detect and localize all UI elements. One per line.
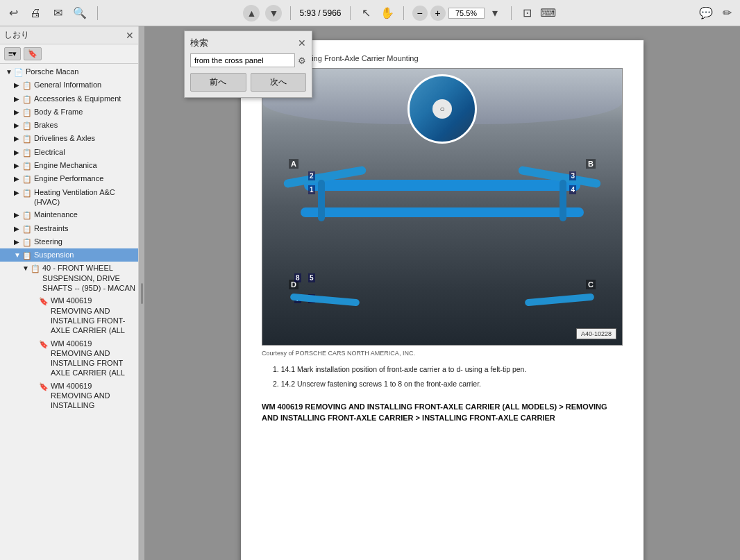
expand-arrow: ▼ xyxy=(22,264,31,273)
search-popup-close-button[interactable]: ✕ xyxy=(298,37,306,49)
page-up-icon[interactable]: ▲ xyxy=(243,5,260,22)
item-icon: 📋 xyxy=(22,188,32,198)
pencil-icon[interactable]: ✏ xyxy=(719,6,734,21)
item-icon: 📋 xyxy=(22,121,32,130)
expand-arrow: ▶ xyxy=(14,148,22,157)
item-label: WM 400619 REMOVING AND INSTALLING FRONT … xyxy=(51,339,135,378)
hand-tool-icon[interactable]: ✋ xyxy=(380,6,395,21)
search-popup-title: 検索 xyxy=(190,37,208,49)
pdf-viewer[interactable]: Fig 12: Identifying Front-Axle Carrier M… xyxy=(144,26,740,560)
section-title: WM 400619 REMOVING AND INSTALLING FRONT-… xyxy=(262,401,623,424)
expand-arrow: ▶ xyxy=(14,161,22,170)
zoom-dropdown-icon[interactable]: ▾ xyxy=(487,6,503,21)
toolbar-right: 💬 ✏ xyxy=(698,6,734,21)
email-icon[interactable]: ✉ xyxy=(50,6,65,21)
print-icon[interactable]: 🖨 xyxy=(28,6,43,21)
comment-icon[interactable]: 💬 xyxy=(698,6,714,21)
tree-item-engine-mechanical[interactable]: ▶ 📋 Engine Mechanica xyxy=(0,159,138,172)
expand-arrow: ▶ xyxy=(14,121,22,130)
step-1: 1. 14.1 Mark installation position of fr… xyxy=(273,364,623,375)
tree-item-front-wheel-susp[interactable]: ▼ 📋 40 - FRONT WHEEL SUSPENSION, DRIVE S… xyxy=(0,262,138,294)
splitter-handle xyxy=(141,283,143,304)
search-popup: 検索 ✕ ⚙ 前へ 次へ xyxy=(184,31,312,98)
page-current: 5:93 xyxy=(299,8,315,18)
item-label: Restraints xyxy=(34,223,135,233)
panel-close-button[interactable]: ✕ xyxy=(126,30,134,41)
search-options-icon[interactable]: ⚙ xyxy=(298,56,306,66)
tree-item-wm400619-2[interactable]: 🔖 WM 400619 REMOVING AND INSTALLING FRON… xyxy=(0,337,138,380)
label-5: 5 xyxy=(308,273,315,282)
item-label: Body & Frame xyxy=(34,107,135,117)
tree-item-maintenance[interactable]: ▶ 📋 Maintenance xyxy=(0,208,138,221)
expand-arrow: ▶ xyxy=(14,94,22,103)
panel-title: しおり xyxy=(4,29,29,41)
tree-item-restraints[interactable]: ▶ 📋 Restraints xyxy=(0,222,138,235)
tree-item-general-info[interactable]: ▶ 📋 General Information xyxy=(0,78,138,92)
item-icon: 📋 xyxy=(22,108,32,117)
search-input[interactable] xyxy=(190,53,295,67)
panel-splitter[interactable] xyxy=(139,26,144,560)
tree-item-engine-performance[interactable]: ▶ 📋 Engine Performance xyxy=(0,172,138,185)
tree-item-body-frame[interactable]: ▶ 📋 Body & Frame xyxy=(0,105,138,119)
bookmark-icon: 🔖 xyxy=(39,339,49,349)
bookmark-add-button[interactable]: 🔖 xyxy=(24,47,42,60)
item-label: Brakes xyxy=(34,120,135,130)
search-popup-header: 検索 ✕ xyxy=(190,37,306,49)
back-icon[interactable]: ↩ xyxy=(6,6,21,21)
search-prev-button[interactable]: 前へ xyxy=(190,73,246,92)
zoom-out-button[interactable]: − xyxy=(412,6,428,21)
tree-item-suspension[interactable]: ▼ 📋 Suspension xyxy=(0,248,138,262)
expand-arrow: ▶ xyxy=(14,237,22,246)
blue-lower-member xyxy=(301,207,584,217)
search-next-button[interactable]: 次へ xyxy=(251,73,307,92)
item-icon: 📋 xyxy=(22,94,32,104)
item-icon: 📋 xyxy=(22,174,32,184)
item-icon: 📋 xyxy=(22,210,32,220)
blue-link-right xyxy=(560,180,566,221)
tree-item-drivelines[interactable]: ▶ 📋 Drivelines & Axles xyxy=(0,132,138,145)
expand-arrow: ▼ xyxy=(14,251,22,260)
fig-caption: Fig 12: Identifying Front-Axle Carrier M… xyxy=(262,54,623,62)
page-indicator: 5:93 / 5966 xyxy=(299,8,341,18)
separator-1 xyxy=(97,6,98,20)
item-label: Engine Mechanica xyxy=(34,160,135,170)
page-down-icon[interactable]: ▼ xyxy=(265,5,282,22)
separator-5 xyxy=(511,6,512,20)
toolbar-center: ▲ ▼ 5:93 / 5966 ↖ ✋ − + 75.5% ▾ ⊡ ⌨ xyxy=(108,5,691,22)
item-label: Heating Ventilation A&C (HVAC) xyxy=(34,187,135,207)
fit-page-icon[interactable]: ⊡ xyxy=(520,6,535,21)
item-icon: 📋 xyxy=(22,251,32,260)
zoom-in-button[interactable]: + xyxy=(430,6,446,21)
search-icon[interactable]: 🔍 xyxy=(72,6,87,21)
bookmark-icon: 🔖 xyxy=(39,296,49,306)
tree-item-accessories[interactable]: ▶ 📋 Accessories & Equipment xyxy=(0,92,138,105)
search-input-row: ⚙ xyxy=(190,53,306,67)
expand-arrow: ▶ xyxy=(14,108,22,117)
tree-item-porsche-macan[interactable]: ▼ 📄 Porsche Macan xyxy=(0,65,138,78)
tree-item-wm400619-1[interactable]: 🔖 WM 400619 REMOVING AND INSTALLING FRON… xyxy=(0,294,138,337)
item-icon: 📋 xyxy=(22,148,32,158)
bookmark-icon: 🔖 xyxy=(39,382,49,391)
tree-item-electrical[interactable]: ▶ 📋 Electrical xyxy=(0,146,138,159)
zoom-value[interactable]: 75.5% xyxy=(448,8,485,19)
cursor-tool-icon[interactable]: ↖ xyxy=(359,6,374,21)
expand-arrow: ▶ xyxy=(14,224,22,233)
tree-item-wm400619-3[interactable]: 🔖 WM 400619 REMOVING AND INSTALLING xyxy=(0,380,138,412)
item-label: Porsche Macan xyxy=(26,67,135,76)
label-3: 3 xyxy=(569,171,576,180)
diagram-reference: A40-10228 xyxy=(576,328,616,339)
expand-arrow: ▶ xyxy=(14,188,22,197)
keyboard-icon[interactable]: ⌨ xyxy=(541,6,556,21)
tree-item-brakes[interactable]: ▶ 📋 Brakes xyxy=(0,119,138,132)
expand-arrow: ▶ xyxy=(14,80,22,90)
item-label: 40 - FRONT WHEEL SUSPENSION, DRIVE SHAFT… xyxy=(42,263,135,293)
tree-item-hvac[interactable]: ▶ 📋 Heating Ventilation A&C (HVAC) xyxy=(0,186,138,209)
tree-item-steering[interactable]: ▶ 📋 Steering xyxy=(0,235,138,248)
bookmark-tree: ▼ 📄 Porsche Macan ▶ 📋 General Informatio… xyxy=(0,64,138,560)
left-panel: しおり ✕ ≡▾ 🔖 ▼ 📄 Porsche Macan ▶ 📋 General… xyxy=(0,26,139,560)
item-label: Drivelines & Axles xyxy=(34,133,135,143)
item-icon: 📋 xyxy=(22,134,32,144)
bookmark-view-button[interactable]: ≡▾ xyxy=(4,47,21,60)
item-label: Maintenance xyxy=(34,210,135,219)
expand-arrow: ▶ xyxy=(14,174,22,183)
